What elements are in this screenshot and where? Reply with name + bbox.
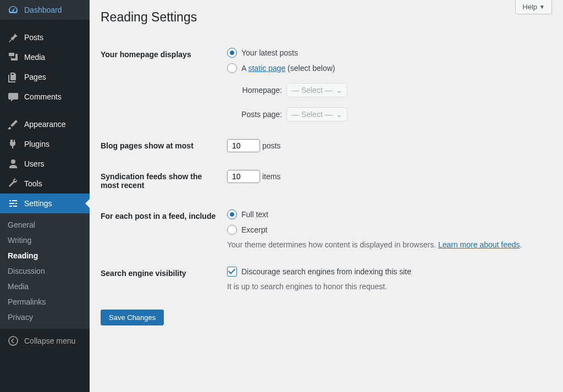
help-tab[interactable]: Help ▼ — [515, 0, 552, 14]
main-content: Help ▼ Reading Settings Your homepage di… — [90, 0, 563, 392]
blog-pages-input[interactable] — [227, 139, 260, 152]
sidebar-item-appearance[interactable]: Appearance — [0, 114, 90, 134]
posts-page-select-label: Posts page: — [237, 110, 282, 119]
svg-point-0 — [9, 336, 18, 345]
brush-icon — [8, 119, 19, 130]
media-icon — [8, 52, 19, 63]
submenu-general[interactable]: General — [0, 217, 90, 233]
wrench-icon — [8, 178, 19, 189]
feed-description: Your theme determines how content is dis… — [227, 240, 522, 249]
homepage-select: — Select — ⌄ — [286, 83, 347, 97]
radio-full-text[interactable] — [227, 209, 237, 219]
homepage-heading: Your homepage displays — [101, 39, 222, 130]
submenu-reading[interactable]: Reading — [0, 248, 90, 263]
posts-page-select: — Select — ⌄ — [286, 107, 347, 122]
syndication-input[interactable] — [227, 170, 260, 183]
syndication-suffix: items — [262, 172, 280, 181]
submenu-discussion[interactable]: Discussion — [0, 263, 90, 279]
sliders-icon — [8, 198, 19, 209]
dashboard-icon — [8, 4, 19, 15]
sidebar-item-label: Comments — [24, 92, 62, 101]
radio-excerpt[interactable] — [227, 225, 237, 235]
collapse-icon — [8, 335, 19, 346]
submenu-writing[interactable]: Writing — [0, 233, 90, 248]
search-description: It is up to search engines to honor this… — [227, 282, 522, 291]
sidebar-item-label: Settings — [24, 199, 52, 208]
radio-full-label: Full text — [241, 210, 268, 219]
sidebar-item-label: Dashboard — [24, 5, 62, 14]
chevron-down-icon: ▼ — [539, 4, 545, 10]
sidebar-item-label: Posts — [24, 33, 43, 42]
radio-static-label: A static page (select below) — [241, 64, 335, 73]
radio-static-page[interactable] — [227, 63, 237, 73]
sidebar-item-media[interactable]: Media — [0, 47, 90, 67]
admin-sidebar: Dashboard Posts Media Pages Comments App… — [0, 0, 90, 392]
chevron-down-icon: ⌄ — [336, 110, 343, 119]
save-changes-button[interactable]: Save Changes — [101, 310, 164, 325]
search-visibility-heading: Search engine visibility — [101, 258, 222, 300]
sidebar-item-label: Plugins — [24, 140, 49, 148]
sidebar-item-label: Media — [24, 53, 45, 62]
page-title: Reading Settings — [101, 0, 552, 31]
pin-icon — [8, 32, 19, 43]
sidebar-item-tools[interactable]: Tools — [0, 174, 90, 194]
radio-latest-posts[interactable] — [227, 48, 237, 58]
sidebar-item-comments[interactable]: Comments — [0, 87, 90, 107]
sidebar-item-label: Appearance — [24, 120, 66, 129]
comment-icon — [8, 91, 19, 102]
pages-icon — [8, 71, 19, 82]
sidebar-item-label: Users — [24, 159, 45, 168]
sidebar-item-users[interactable]: Users — [0, 154, 90, 174]
homepage-select-label: Homepage: — [237, 86, 282, 95]
blog-pages-suffix: posts — [262, 141, 280, 150]
discourage-label: Discourage search engines from indexing … — [241, 267, 411, 276]
sidebar-item-label: Pages — [24, 73, 46, 81]
submenu-permalinks[interactable]: Permalinks — [0, 294, 90, 310]
blog-pages-heading: Blog pages show at most — [101, 130, 222, 161]
static-page-link[interactable]: static page — [248, 64, 285, 73]
sidebar-item-label: Tools — [24, 179, 42, 188]
discourage-checkbox[interactable] — [227, 267, 237, 277]
user-icon — [8, 158, 19, 169]
sidebar-item-posts[interactable]: Posts — [0, 27, 90, 47]
sidebar-item-dashboard[interactable]: Dashboard — [0, 0, 90, 20]
help-label: Help — [522, 3, 537, 11]
sidebar-item-settings[interactable]: Settings — [0, 194, 90, 213]
learn-more-feeds-link[interactable]: Learn more about feeds — [438, 240, 520, 249]
sidebar-item-plugins[interactable]: Plugins — [0, 134, 90, 154]
radio-excerpt-label: Excerpt — [241, 225, 267, 234]
feed-content-heading: For each post in a feed, include — [101, 201, 222, 258]
syndication-heading: Syndication feeds show the most recent — [101, 161, 222, 201]
collapse-label: Collapse menu — [24, 336, 75, 345]
submenu-privacy[interactable]: Privacy — [0, 310, 90, 325]
plug-icon — [8, 139, 19, 150]
submenu-media[interactable]: Media — [0, 279, 90, 294]
chevron-down-icon: ⌄ — [336, 86, 343, 95]
sidebar-item-pages[interactable]: Pages — [0, 67, 90, 87]
radio-latest-label: Your latest posts — [241, 48, 298, 57]
settings-submenu: General Writing Reading Discussion Media… — [0, 213, 90, 329]
collapse-menu[interactable]: Collapse menu — [0, 331, 90, 351]
